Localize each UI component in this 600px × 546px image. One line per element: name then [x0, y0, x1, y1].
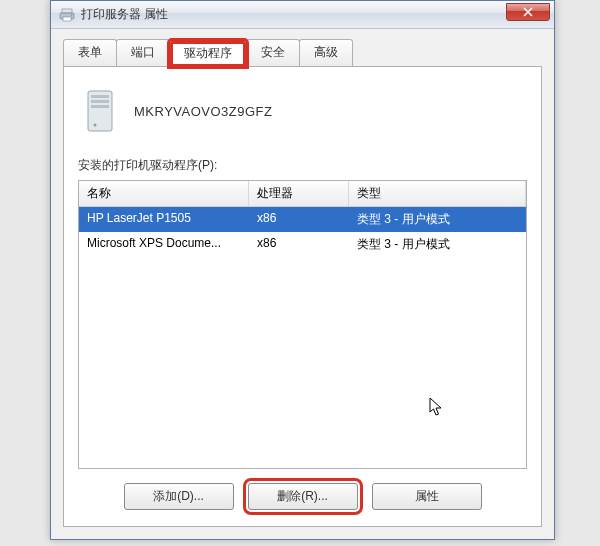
print-server-properties-dialog: 打印服务器 属性 表单 端口 驱动程序 安全 高级 [50, 0, 555, 540]
tab-drivers[interactable]: 驱动程序 [169, 40, 247, 67]
titlebar[interactable]: 打印服务器 属性 [51, 1, 554, 29]
list-body: HP LaserJet P1505 x86 类型 3 - 用户模式 Micros… [79, 207, 526, 468]
driver-list[interactable]: 名称 处理器 类型 HP LaserJet P1505 x86 类型 3 - 用… [78, 180, 527, 469]
column-processor[interactable]: 处理器 [249, 181, 349, 206]
remove-button[interactable]: 删除(R)... [248, 483, 358, 510]
list-row[interactable]: HP LaserJet P1505 x86 类型 3 - 用户模式 [79, 207, 526, 232]
server-icon [82, 89, 118, 133]
column-name[interactable]: 名称 [79, 181, 249, 206]
svg-rect-2 [63, 17, 71, 21]
button-row: 添加(D)... 删除(R)... 属性 [78, 481, 527, 512]
printer-icon [59, 7, 75, 23]
cell-processor: x86 [249, 234, 349, 255]
tab-security[interactable]: 安全 [246, 39, 300, 66]
tab-strip: 表单 端口 驱动程序 安全 高级 [63, 39, 542, 67]
svg-rect-8 [91, 100, 109, 103]
tab-ports[interactable]: 端口 [116, 39, 170, 66]
list-header: 名称 处理器 类型 [79, 181, 526, 207]
cursor-icon [429, 397, 445, 420]
svg-point-10 [94, 124, 97, 127]
window-title: 打印服务器 属性 [81, 6, 506, 23]
dialog-content: 表单 端口 驱动程序 安全 高级 MKRYVAOVO3Z9GFZ [51, 29, 554, 539]
close-button[interactable] [506, 3, 550, 21]
cell-name: Microsoft XPS Docume... [79, 234, 249, 255]
cell-processor: x86 [249, 209, 349, 230]
properties-button[interactable]: 属性 [372, 483, 482, 510]
svg-rect-0 [62, 9, 72, 13]
cell-type: 类型 3 - 用户模式 [349, 209, 526, 230]
svg-rect-7 [91, 95, 109, 98]
tab-forms[interactable]: 表单 [63, 39, 117, 66]
cell-name: HP LaserJet P1505 [79, 209, 249, 230]
svg-rect-9 [91, 105, 109, 108]
tab-advanced[interactable]: 高级 [299, 39, 353, 66]
installed-drivers-label: 安装的打印机驱动程序(P): [78, 157, 527, 174]
drivers-panel: MKRYVAOVO3Z9GFZ 安装的打印机驱动程序(P): 名称 处理器 类型… [63, 67, 542, 527]
column-type[interactable]: 类型 [349, 181, 526, 206]
add-button[interactable]: 添加(D)... [124, 483, 234, 510]
list-row[interactable]: Microsoft XPS Docume... x86 类型 3 - 用户模式 [79, 232, 526, 257]
server-row: MKRYVAOVO3Z9GFZ [82, 89, 523, 133]
close-icon [523, 7, 533, 17]
server-name: MKRYVAOVO3Z9GFZ [134, 104, 273, 119]
svg-point-3 [71, 14, 73, 16]
cell-type: 类型 3 - 用户模式 [349, 234, 526, 255]
